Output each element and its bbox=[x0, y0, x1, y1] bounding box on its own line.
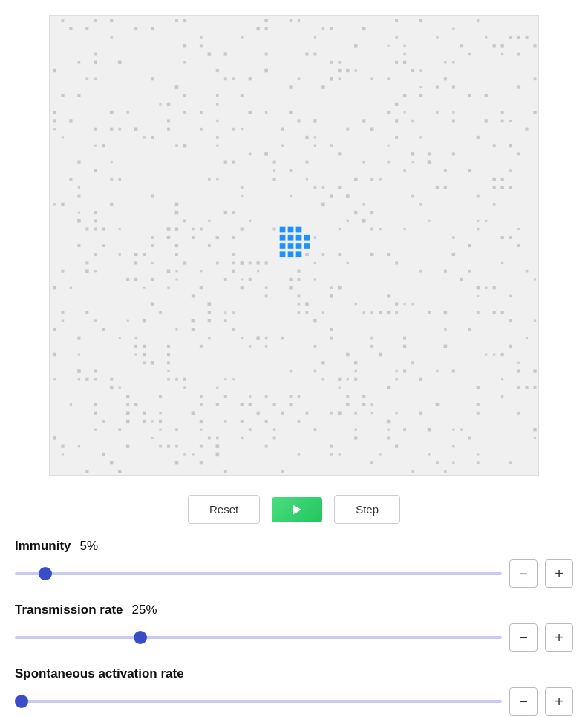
spontaneous-label: Spontaneous activation rate bbox=[15, 666, 184, 681]
transmission-plus-button[interactable]: + bbox=[545, 623, 573, 652]
immunity-range-input[interactable] bbox=[15, 572, 502, 575]
transmission-track bbox=[15, 630, 502, 645]
spontaneous-label-row: Spontaneous activation rate bbox=[15, 666, 573, 681]
step-button[interactable]: Step bbox=[334, 495, 400, 524]
grid-canvas bbox=[50, 16, 538, 475]
transmission-label: Transmission rate bbox=[15, 603, 123, 617]
immunity-value: 5% bbox=[80, 539, 99, 554]
transmission-range-input[interactable] bbox=[15, 636, 502, 639]
transmission-controls-row: − + bbox=[15, 623, 573, 652]
immunity-track bbox=[15, 566, 502, 581]
spontaneous-range-input[interactable] bbox=[15, 700, 502, 703]
immunity-plus-button[interactable]: + bbox=[545, 559, 573, 588]
transmission-minus-button[interactable]: − bbox=[509, 623, 538, 652]
transmission-value: 25% bbox=[132, 603, 157, 617]
controls-row: Reset Step bbox=[0, 483, 588, 539]
spontaneous-controls-row: − + bbox=[15, 687, 573, 716]
immunity-slider-row: Immunity 5% − + bbox=[15, 539, 573, 588]
immunity-label: Immunity bbox=[15, 539, 71, 554]
play-icon bbox=[293, 505, 301, 515]
sliders-section: Immunity 5% − + Transmission rate 25% − … bbox=[0, 539, 588, 716]
immunity-label-row: Immunity 5% bbox=[15, 539, 573, 554]
transmission-label-row: Transmission rate 25% bbox=[15, 603, 573, 617]
play-button[interactable] bbox=[272, 497, 322, 522]
simulation-container bbox=[0, 0, 588, 483]
spontaneous-plus-button[interactable]: + bbox=[545, 687, 573, 716]
spontaneous-track bbox=[15, 694, 502, 709]
simulation-grid bbox=[49, 15, 539, 476]
reset-button[interactable]: Reset bbox=[188, 495, 260, 524]
spontaneous-minus-button[interactable]: − bbox=[509, 687, 538, 716]
transmission-slider-row: Transmission rate 25% − + bbox=[15, 603, 573, 652]
immunity-minus-button[interactable]: − bbox=[509, 559, 538, 588]
immunity-controls-row: − + bbox=[15, 559, 573, 588]
spontaneous-slider-row: Spontaneous activation rate − + bbox=[15, 666, 573, 716]
